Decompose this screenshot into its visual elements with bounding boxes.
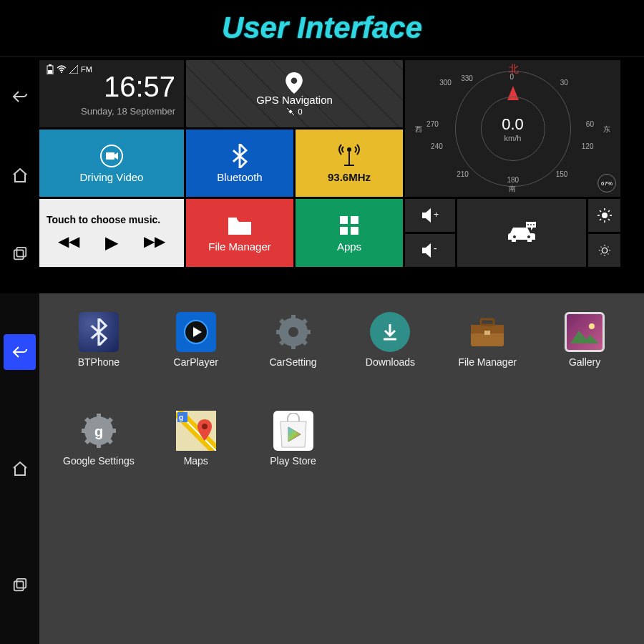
svg-rect-15 <box>228 218 237 220</box>
svg-line-32 <box>600 210 601 212</box>
recents-button[interactable] <box>4 236 36 272</box>
car-chat-icon <box>506 220 537 246</box>
brightness-up-button[interactable] <box>588 199 620 232</box>
app-play-store[interactable]: Play Store <box>248 411 338 497</box>
compass-south: 南 <box>509 184 516 194</box>
gps-label: GPS Navigation <box>256 94 333 106</box>
svg-line-8 <box>287 108 289 110</box>
apps-grid-icon <box>338 215 360 236</box>
driving-video-tile[interactable]: Driving Video <box>39 130 184 197</box>
volume-up-button[interactable]: + <box>405 199 455 232</box>
svg-rect-66 <box>97 442 101 448</box>
compass-unit: km/h <box>504 134 522 142</box>
file-manager-tile[interactable]: File Manager <box>186 199 293 267</box>
clock-date: Sunday, 18 September <box>81 106 175 117</box>
play-icon[interactable]: ▶ <box>105 233 118 253</box>
radio-tile[interactable]: 93.6MHz <box>296 130 403 197</box>
status-bar: FM <box>47 64 92 74</box>
prev-track-icon[interactable]: ◀◀ <box>58 233 79 253</box>
clock-tile[interactable]: FM 16:57 Sunday, 18 September <box>39 60 184 127</box>
svg-point-49 <box>288 327 298 337</box>
bluetooth-icon <box>89 318 109 346</box>
music-hint: Touch to choose music. <box>47 214 160 225</box>
brightness-down-button[interactable] <box>588 234 620 267</box>
app-label: Google Settings <box>63 455 135 467</box>
svg-text:g: g <box>179 414 183 421</box>
app-btphone[interactable]: BTPhone <box>54 312 144 398</box>
music-tile[interactable]: Touch to choose music. ◀◀ ▶ ▶▶ <box>39 199 184 267</box>
app-label: File Manager <box>458 356 517 368</box>
app-filemanager[interactable]: File Manager <box>442 312 532 398</box>
maps-icon: g <box>176 411 216 451</box>
banner-title: User Interface <box>222 11 422 45</box>
compass-center: 0.0 km/h <box>481 97 545 161</box>
svg-point-26 <box>533 224 535 225</box>
next-track-icon[interactable]: ▶▶ <box>144 233 165 253</box>
gps-tile[interactable]: GPS Navigation 0 <box>186 60 403 127</box>
home-button[interactable] <box>4 157 36 193</box>
recents-button[interactable] <box>4 567 36 603</box>
svg-rect-67 <box>82 429 87 433</box>
bluetooth-tile[interactable]: Bluetooth <box>186 130 293 197</box>
app-google-settings[interactable]: g Google Settings <box>54 411 144 497</box>
nav-rail-drawer <box>0 293 39 644</box>
compass-east: 东 <box>603 125 610 135</box>
compass-west: 西 <box>415 125 422 135</box>
app-drawer-screen: BTPhone CarPlayer CarSetting Downloads F <box>0 293 644 644</box>
svg-rect-0 <box>14 250 23 260</box>
bluetooth-icon <box>230 144 249 168</box>
svg-rect-3 <box>49 64 52 66</box>
app-carplayer[interactable]: CarPlayer <box>151 312 241 398</box>
antenna-icon <box>338 144 360 168</box>
file-manager-label: File Manager <box>208 240 271 253</box>
app-carsetting[interactable]: CarSetting <box>248 312 338 398</box>
svg-line-43 <box>608 247 608 248</box>
sun-dim-icon <box>598 244 611 257</box>
home-button[interactable] <box>4 451 36 487</box>
volume-down-button[interactable]: - <box>405 234 455 267</box>
svg-line-34 <box>608 210 610 212</box>
download-icon <box>379 321 401 343</box>
app-label: BTPhone <box>78 356 119 368</box>
app-label: CarSetting <box>270 356 317 368</box>
svg-rect-50 <box>291 315 296 321</box>
apps-tile[interactable]: Apps <box>296 199 403 267</box>
svg-point-77 <box>202 424 208 429</box>
svg-point-22 <box>513 235 516 238</box>
play-circle-icon <box>182 318 210 346</box>
svg-point-36 <box>602 248 607 253</box>
app-gallery[interactable]: Gallery <box>540 312 630 398</box>
tile-grid: FM 16:57 Sunday, 18 September GPS Naviga… <box>39 57 644 293</box>
app-label: Maps <box>184 455 208 467</box>
banner: User Interface <box>0 0 644 57</box>
svg-line-41 <box>600 247 601 248</box>
svg-rect-62 <box>484 331 490 335</box>
car-chat-button[interactable] <box>457 199 586 267</box>
app-maps[interactable]: g Maps <box>151 411 241 497</box>
svg-point-6 <box>291 77 298 84</box>
svg-rect-17 <box>351 216 358 224</box>
back-button[interactable] <box>4 334 36 370</box>
back-button[interactable] <box>4 79 36 114</box>
svg-point-27 <box>602 213 608 218</box>
nav-rail-home <box>0 57 39 293</box>
satellite-icon <box>286 107 295 116</box>
wifi-icon <box>57 65 67 74</box>
svg-point-23 <box>527 235 530 238</box>
svg-text:+: + <box>434 210 439 220</box>
app-downloads[interactable]: Downloads <box>346 312 436 398</box>
signal-icon <box>69 65 78 74</box>
svg-point-25 <box>530 224 532 225</box>
app-label: Downloads <box>366 356 415 368</box>
status-fm-label: FM <box>81 65 92 74</box>
compass-tile[interactable]: 北 东 南 西 0 30 60 120 150 180 210 240 270 … <box>405 60 620 197</box>
svg-rect-68 <box>110 429 116 433</box>
shop-bag-icon <box>276 413 311 449</box>
home-screen: FM 16:57 Sunday, 18 September GPS Naviga… <box>0 57 644 293</box>
landscape-icon <box>570 321 599 343</box>
folder-icon <box>227 215 253 236</box>
svg-rect-11 <box>106 152 114 160</box>
app-label: Play Store <box>270 455 316 467</box>
svg-point-24 <box>527 224 529 225</box>
svg-line-35 <box>600 219 601 220</box>
